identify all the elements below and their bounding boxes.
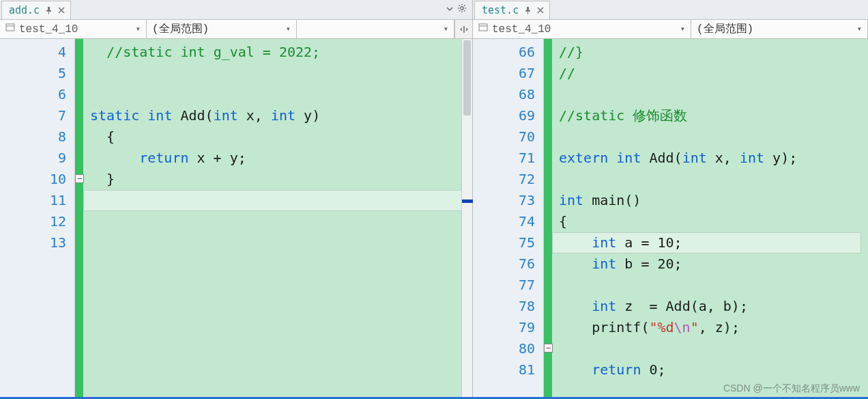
- chevron-down-icon: ▾: [857, 24, 862, 34]
- project-icon: [5, 23, 15, 36]
- tab-label: add.c: [9, 4, 40, 16]
- scrollbar-thumb[interactable]: [463, 40, 471, 115]
- close-icon[interactable]: [58, 7, 65, 14]
- tab-overflow-icon[interactable]: [446, 3, 453, 16]
- tab-bar: test.c: [473, 0, 868, 20]
- editor-pane-right: test.c test_4_10 ▾ (全局范围) ▾ 666768697071…: [473, 0, 868, 399]
- scope-label: (全局范围): [697, 22, 753, 36]
- project-name: test_4_10: [492, 23, 551, 36]
- file-tab-test-c[interactable]: test.c: [474, 1, 550, 19]
- tab-label: test.c: [482, 4, 519, 16]
- line-number-gutter: 66676869707172737475767778798081: [473, 39, 544, 399]
- gear-icon[interactable]: [457, 3, 467, 16]
- chevron-down-icon: ▾: [680, 24, 685, 34]
- vertical-scrollbar[interactable]: [461, 39, 472, 399]
- scope-label: (全局范围): [152, 22, 209, 36]
- pin-icon[interactable]: [45, 7, 53, 14]
- nav-dropdown-row: test_4_10 ▾ (全局范围) ▾ ▾: [0, 20, 472, 39]
- code-editor[interactable]: 66676869707172737475767778798081 //} // …: [473, 39, 868, 399]
- editor-pane-left: add.c test_4_10 ▾: [0, 0, 473, 399]
- chevron-down-icon: ▾: [286, 24, 291, 34]
- member-dropdown[interactable]: ▾: [297, 20, 454, 38]
- project-dropdown[interactable]: test_4_10 ▾: [473, 20, 691, 38]
- chevron-down-icon: ▾: [136, 24, 141, 34]
- change-marker-bar: [75, 39, 83, 399]
- svg-line-5: [459, 5, 460, 5]
- scope-dropdown[interactable]: (全局范围) ▾: [691, 20, 868, 38]
- svg-point-0: [461, 6, 463, 9]
- nav-dropdown-row: test_4_10 ▾ (全局范围) ▾: [473, 20, 868, 39]
- code-content[interactable]: //static int g_val = 2022; −static int A…: [83, 39, 472, 399]
- svg-line-7: [459, 10, 460, 11]
- project-icon: [478, 23, 488, 36]
- svg-line-6: [464, 10, 465, 11]
- tab-bar: add.c: [0, 0, 472, 20]
- watermark-text: CSDN @一个不知名程序员www: [723, 383, 860, 395]
- code-content[interactable]: //} // //static 修饰函数 extern int Add(int …: [552, 39, 868, 399]
- split-toggle-button[interactable]: [454, 20, 472, 38]
- close-icon[interactable]: [537, 7, 544, 14]
- chevron-down-icon: ▾: [444, 24, 448, 34]
- pin-icon[interactable]: [524, 7, 532, 14]
- project-name: test_4_10: [19, 23, 78, 36]
- code-editor[interactable]: 45678910111213 //static int g_val = 2022…: [0, 39, 472, 399]
- line-number-gutter: 45678910111213: [0, 39, 75, 399]
- svg-rect-9: [6, 24, 14, 31]
- svg-line-8: [464, 5, 465, 5]
- scope-dropdown[interactable]: (全局范围) ▾: [147, 20, 297, 38]
- project-dropdown[interactable]: test_4_10 ▾: [0, 20, 147, 38]
- svg-rect-12: [479, 24, 487, 31]
- file-tab-add-c[interactable]: add.c: [1, 1, 71, 19]
